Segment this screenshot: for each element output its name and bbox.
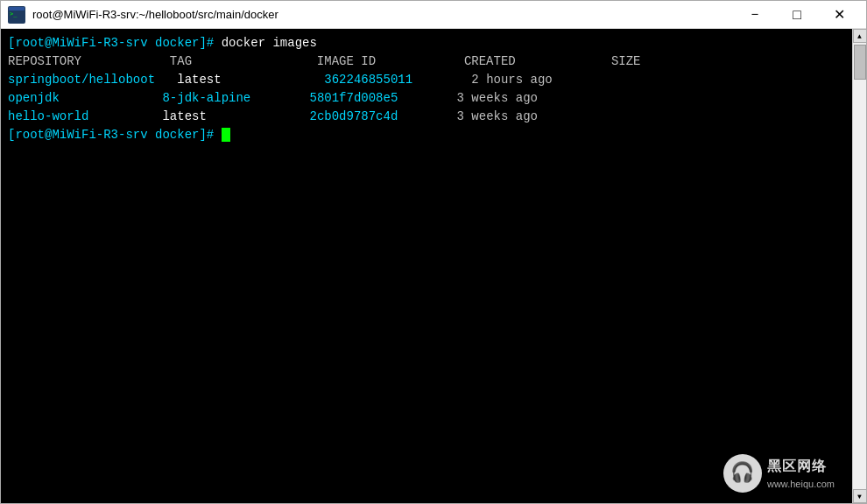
spacer-1c <box>412 73 471 87</box>
tag-2: 8-jdk-alpine <box>162 91 250 105</box>
created-3: 3 weeks ago <box>457 109 538 123</box>
command-text: docker images <box>222 36 317 50</box>
repo-1: springboot/helloboot <box>8 73 155 87</box>
minimize-button[interactable]: － <box>735 1 775 29</box>
spacer-1 <box>155 73 177 87</box>
scroll-up-button[interactable]: ▲ <box>853 29 867 43</box>
window-controls: － □ ✕ <box>735 1 859 29</box>
table-row: springboot/helloboot latest 362246855011… <box>8 71 845 89</box>
spacer-2 <box>60 91 163 105</box>
watermark-url: www.heiqu.com <box>767 477 835 492</box>
created-2: 3 weeks ago <box>457 91 538 105</box>
maximize-button[interactable]: □ <box>777 1 817 29</box>
close-button[interactable]: ✕ <box>819 1 859 29</box>
header-row: REPOSITORY TAG IMAGE ID CREATED SIZE <box>8 52 845 71</box>
spacer-3c <box>398 109 456 123</box>
id-2: 5801f7d008e5 <box>309 91 398 105</box>
window-body: [root@MiWiFi-R3-srv docker]# docker imag… <box>1 29 866 503</box>
terminal-window: >_ root@MiWiFi-R3-srv:~/helloboot/src/ma… <box>0 0 867 504</box>
cursor-block <box>222 128 230 142</box>
spacer-3 <box>88 109 162 123</box>
scroll-down-button[interactable]: ▼ <box>853 489 867 503</box>
spacer-3b <box>207 109 310 123</box>
spacer-1b <box>222 73 325 87</box>
watermark-brand: 黑区网络 <box>767 456 835 477</box>
id-3: 2cb0d9787c4d <box>309 109 398 123</box>
watermark: 🎧 黑区网络 www.heiqu.com <box>723 454 835 493</box>
spacer-2b <box>250 91 309 105</box>
watermark-logo: 🎧 <box>723 454 762 493</box>
repo-2: openjdk <box>8 91 60 105</box>
command-line: [root@MiWiFi-R3-srv docker]# docker imag… <box>8 34 845 52</box>
next-prompt-line: [root@MiWiFi-R3-srv docker]# <box>8 126 845 144</box>
titlebar: >_ root@MiWiFi-R3-srv:~/helloboot/src/ma… <box>1 1 866 29</box>
window-title: root@MiWiFi-R3-srv:~/helloboot/src/main/… <box>32 8 735 21</box>
tag-3: latest <box>162 109 206 123</box>
svg-text:>_: >_ <box>10 10 18 18</box>
watermark-icon: 🎧 <box>730 459 754 488</box>
scroll-thumb[interactable] <box>854 45 866 80</box>
prompt-1: [root@MiWiFi-R3-srv docker]# <box>8 36 222 50</box>
created-1: 2 hours ago <box>471 73 552 87</box>
repo-3: hello-world <box>8 109 88 123</box>
table-row: openjdk 8-jdk-alpine 5801f7d008e5 3 week… <box>8 89 845 108</box>
prompt-2: [root@MiWiFi-R3-srv docker]# <box>8 128 222 142</box>
col-repository: REPOSITORY TAG IMAGE ID CREATED SIZE <box>8 54 641 68</box>
tag-1: latest <box>177 73 221 87</box>
table-row: hello-world latest 2cb0d9787c4d 3 weeks … <box>8 108 845 126</box>
terminal-icon: >_ <box>8 6 25 24</box>
terminal-area[interactable]: [root@MiWiFi-R3-srv docker]# docker imag… <box>1 29 852 503</box>
scrollbar[interactable]: ▲ ▼ <box>852 29 866 503</box>
watermark-text-block: 黑区网络 www.heiqu.com <box>767 456 835 492</box>
spacer-2c <box>398 91 456 105</box>
id-1: 362246855011 <box>324 73 412 87</box>
